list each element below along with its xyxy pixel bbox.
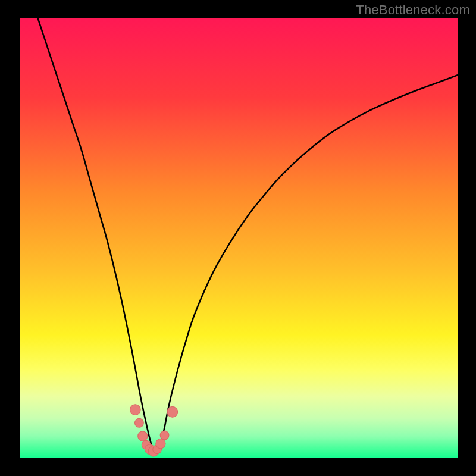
curve-marker [160,431,169,440]
watermark-text: TheBottleneck.com [356,2,470,18]
curve-markers [130,405,177,456]
chart-frame: TheBottleneck.com [0,0,476,476]
bottleneck-curve [37,18,458,452]
curve-layer [20,18,458,458]
curve-marker [135,418,144,427]
curve-marker [130,405,140,415]
curve-marker [138,431,148,441]
plot-area [20,18,458,458]
curve-marker [167,406,178,417]
curve-marker [156,439,165,448]
